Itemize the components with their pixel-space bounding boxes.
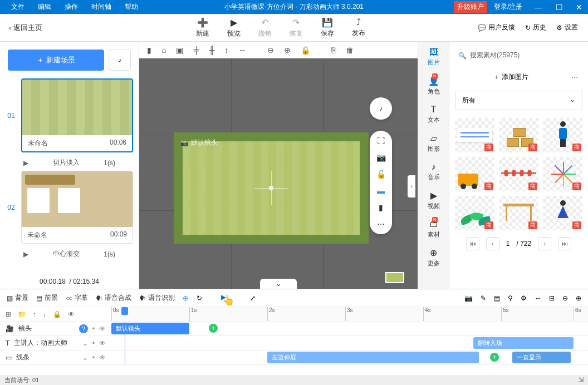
timeline-clip[interactable]: 翻转入场 — [473, 337, 574, 349]
minimize-icon[interactable]: — — [529, 3, 548, 12]
asset-thumbnail[interactable]: 商 — [499, 196, 538, 230]
preview-button[interactable]: ▶预览 — [227, 17, 241, 38]
track-body[interactable]: 左边伸展+一直显示 — [111, 351, 588, 364]
menu-edit[interactable]: 编辑 — [31, 0, 58, 14]
side-tool-素材[interactable]: 🗀素材N — [428, 219, 440, 239]
playhead-handle[interactable] — [121, 307, 128, 315]
track-label[interactable]: 🎥镜头?•👁 — [0, 322, 111, 335]
zoom-in-icon[interactable]: ⊕ — [284, 46, 291, 55]
copy-icon[interactable]: ⎘ — [331, 46, 336, 55]
timeline-clip[interactable]: 左边伸展 — [267, 352, 479, 363]
menu-timeline[interactable]: 时间轴 — [85, 0, 118, 14]
login-register-button[interactable]: 登录/注册 — [487, 2, 529, 12]
align-h-icon[interactable]: ↔ — [238, 46, 246, 55]
save-button[interactable]: 💾保存 — [321, 17, 334, 38]
track-label[interactable]: T主讲人：动画大师⌄•👁 — [0, 336, 111, 350]
tl-eye-icon[interactable]: 👁 — [68, 310, 75, 318]
scene-transition[interactable]: ▶切片淡入1(s) — [6, 155, 133, 171]
search-input[interactable]: 🔍搜索素材(25975) — [455, 47, 582, 63]
settings-button[interactable]: ⚙设置 — [556, 23, 578, 32]
redo-button[interactable]: ↷恢复 — [290, 17, 303, 38]
asset-thumbnail[interactable]: 商 — [499, 157, 538, 191]
menu-operate[interactable]: 操作 — [58, 0, 85, 14]
fullscreen-icon[interactable]: ⛶ — [377, 136, 385, 145]
side-tool-更多[interactable]: ⊕更多 — [428, 248, 440, 268]
scene-music-button[interactable]: ♪ — [109, 50, 131, 71]
tl-expand-icon[interactable]: ⤢ — [250, 294, 256, 302]
align-v-icon[interactable]: ↕ — [224, 46, 228, 55]
page-next-button[interactable]: › — [538, 237, 551, 250]
lock-icon[interactable]: 🔒 — [301, 46, 310, 55]
chevron-down-icon[interactable]: ⌄ — [82, 354, 88, 362]
floating-music-button[interactable]: ♪ — [370, 97, 392, 120]
bottom-expand-tab[interactable]: ⌄ — [260, 279, 297, 289]
trash-icon[interactable]: 🗑 — [346, 46, 354, 55]
back-home-button[interactable]: ‹ 返回主页 — [0, 23, 51, 33]
tl-folder-icon[interactable]: 📁 — [18, 310, 26, 318]
scene-card[interactable]: 未命名00:09 — [21, 171, 133, 244]
fill-icon[interactable]: ▬ — [377, 186, 385, 195]
canvas-stage[interactable]: 📷 默认镜头 ♪ ⛶ 📷 🔓 ▬ ▮ ⋯ › ⌄ — [139, 58, 418, 289]
tl-more-button[interactable]: ⊕ — [183, 294, 188, 302]
camera-frame[interactable]: 📷 默认镜头 — [174, 132, 369, 244]
track-body[interactable]: 翻转入场 — [111, 336, 588, 350]
menu-file[interactable]: 文件 — [4, 0, 31, 14]
tl-filter-icon[interactable]: ⚲ — [508, 294, 513, 302]
asset-thumbnail[interactable]: 商 — [455, 157, 494, 191]
side-tool-音乐[interactable]: ♪音乐 — [428, 162, 440, 181]
scene-card[interactable]: 未命名00:06 — [21, 78, 133, 152]
side-tool-视频[interactable]: ▶视频 — [428, 190, 440, 210]
add-image-button[interactable]: ＋ 添加图片 — [455, 72, 567, 82]
timeline-clip[interactable]: 默认镜头 — [111, 323, 189, 334]
track-dot-icon[interactable]: • — [92, 325, 95, 333]
tl-lock-icon[interactable]: 🔒 — [53, 310, 61, 318]
tl-background-button[interactable]: ▧背景 — [7, 293, 28, 303]
more-icon[interactable]: ⋯ — [377, 220, 385, 229]
align-center-icon[interactable]: ╪ — [193, 46, 199, 55]
asset-thumbnail[interactable]: 商 — [455, 196, 494, 230]
page-first-button[interactable]: ⏮ — [466, 237, 479, 250]
new-button[interactable]: ➕新建 — [196, 17, 209, 38]
tl-camera-icon[interactable]: 📷 — [464, 294, 473, 302]
tl-add-track-icon[interactable]: ⊞ — [6, 310, 11, 318]
tl-rewind-icon[interactable]: ↻ — [197, 294, 202, 302]
timeline-ruler[interactable]: 0s 1s 2s 3s 4s 5s 6s — [111, 307, 588, 321]
menu-help[interactable]: 帮助 — [118, 0, 145, 14]
layer-icon[interactable]: ▣ — [176, 46, 183, 55]
undo-button[interactable]: ↶撤销 — [258, 17, 272, 38]
tl-zoom-icon[interactable]: ⊟ — [549, 294, 555, 302]
publish-button[interactable]: ⤴发布 — [352, 17, 365, 38]
home-icon[interactable]: ⌂ — [161, 46, 166, 55]
asset-thumbnail[interactable]: 商 — [543, 157, 582, 191]
track-eye-icon[interactable]: 👁 — [99, 325, 106, 333]
tl-tts-button[interactable]: 🗣语音合成 — [96, 293, 131, 303]
track-eye-icon[interactable]: 👁 — [99, 339, 106, 347]
track-label[interactable]: ▭线条⌄•👁 — [0, 351, 111, 364]
history-button[interactable]: ↻历史 — [525, 23, 546, 32]
camera-icon[interactable]: 📷 — [376, 153, 386, 162]
side-tool-图片[interactable]: 🖼图片 — [428, 47, 440, 67]
device-icon[interactable]: ▮ — [379, 203, 383, 212]
help-icon[interactable]: ? — [79, 324, 88, 333]
close-icon[interactable]: ✕ — [570, 3, 588, 12]
asset-thumbnail[interactable]: 商 — [455, 118, 494, 152]
expand-handle[interactable]: › — [408, 175, 415, 198]
tl-play-button[interactable]: ▶👆 — [221, 293, 231, 303]
tl-subtitle-button[interactable]: ㏄字幕 — [66, 293, 88, 303]
asset-thumbnail[interactable]: 商 — [543, 196, 582, 230]
status-resize-icon[interactable]: ⇲ — [579, 376, 584, 384]
tl-span-icon[interactable]: ↔ — [535, 294, 541, 302]
tl-edit-icon[interactable]: ✎ — [481, 294, 486, 302]
more-options-button[interactable]: ⋯ — [567, 73, 582, 81]
tl-down-icon[interactable]: ↓ — [43, 310, 46, 318]
tl-plus-icon[interactable]: ⊕ — [576, 294, 581, 302]
tl-adjust-icon[interactable]: ⚙ — [521, 294, 527, 302]
tl-foreground-button[interactable]: ▤前景 — [36, 293, 58, 303]
tl-minus-icon[interactable]: ⊖ — [562, 294, 568, 302]
asset-thumbnail[interactable]: 商 — [543, 118, 582, 152]
page-last-button[interactable]: ⏭ — [558, 237, 571, 250]
side-tool-角色[interactable]: 👤角色N — [428, 76, 440, 96]
side-tool-文本[interactable]: T文本 — [428, 105, 440, 124]
new-scene-button[interactable]: ＋ 新建场景 — [8, 50, 104, 71]
minimap[interactable] — [385, 272, 404, 283]
